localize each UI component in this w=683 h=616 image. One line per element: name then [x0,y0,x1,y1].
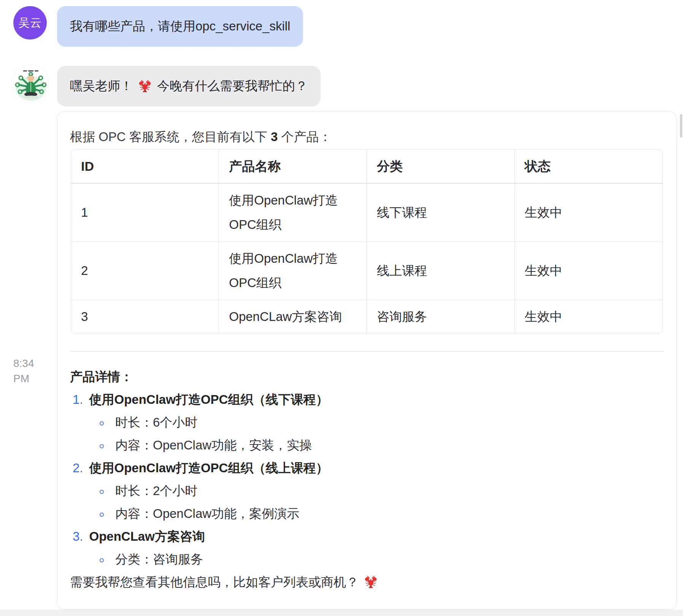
product-bullet: 时长：2个小时 [70,479,664,502]
bullet-icon [100,490,104,494]
bullet-icon [100,421,104,425]
divider [70,351,664,352]
bullet-icon [100,558,104,562]
cell-category: 线下课程 [367,183,515,242]
lobster-emoji [364,575,378,589]
cell-id: 1 [71,183,219,242]
cell-id: 3 [71,300,219,334]
bot-avatar[interactable] [11,65,49,103]
bot-message-bubble: 嘿吴老师！ 今晚有什么需要我帮忙的？ [57,66,321,106]
product-title-text: OpenCLaw方案咨询 [89,529,205,543]
table-row: 1 使用OpenClaw打造OPC组织 线下课程 生效中 [71,183,662,242]
bottom-strip [0,610,683,616]
bot-avatar-image [12,65,49,103]
intro-after: 个产品： [278,130,331,144]
col-header-status: 状态 [515,149,662,183]
user-avatar[interactable]: 吴云 [13,6,47,40]
col-header-id: ID [71,149,219,183]
product-bullet: 内容：OpenClaw功能，安装，实操 [70,434,664,457]
product-item-title: 2.使用OpenClaw打造OPC组织（线上课程） [70,457,664,479]
bullet-icon [100,444,104,448]
closing-text: 需要我帮您查看其他信息吗，比如客户列表或商机？ [70,575,359,589]
cell-name: OpenCLaw方案咨询 [219,300,367,334]
list-number: 2. [73,461,83,475]
cell-status: 生效中 [515,300,662,334]
product-bullet: 内容：OpenClaw功能，案例演示 [70,502,664,525]
message-timestamp: 8:34 PM [13,356,34,386]
avatar-top-text [23,70,38,71]
product-title-text: 使用OpenClaw打造OPC组织（线上课程） [89,461,329,475]
bullet-text: 时长：6个小时 [115,415,197,429]
col-header-category: 分类 [367,149,515,183]
bot-greeting-prefix: 嘿吴老师！ [70,78,133,95]
user-message-text: 我有哪些产品，请使用opc_service_skill [70,18,290,35]
product-bullet: 分类：咨询服务 [70,548,664,571]
scrollbar-thumb[interactable] [680,114,682,138]
product-count: 3 [271,130,278,144]
cell-name: 使用OpenClaw打造OPC组织 [219,183,367,242]
products-table: ID 产品名称 分类 状态 1 使用OpenClaw打造OPC组织 线下课程 生… [71,149,663,334]
user-message-bubble: 我有哪些产品，请使用opc_service_skill [57,6,303,47]
col-header-name: 产品名称 [219,149,367,183]
timestamp-time: 8:34 [13,356,34,371]
intro-before: 根据 OPC 客服系统，您目前有以下 [70,130,271,144]
product-bullet: 时长：6个小时 [70,411,664,434]
user-avatar-label: 吴云 [18,15,42,31]
cell-status: 生效中 [515,242,662,300]
bullet-text: 分类：咨询服务 [115,552,203,566]
cell-status: 生效中 [515,183,662,242]
cell-category: 咨询服务 [367,300,515,334]
cell-name: 使用OpenClaw打造OPC组织 [219,242,367,300]
bullet-icon [100,513,104,517]
cell-category: 线上课程 [367,242,515,300]
bot-response-card: 根据 OPC 客服系统，您目前有以下 3 个产品： ID 产品名称 分类 状态 … [57,111,677,610]
bullet-text: 内容：OpenClaw功能，安装，实操 [115,438,312,452]
timestamp-meridiem: PM [13,371,34,386]
bullet-text: 时长：2个小时 [115,484,197,498]
bullet-text: 内容：OpenClaw功能，案例演示 [115,506,299,521]
closing-line: 需要我帮您查看其他信息吗，比如客户列表或商机？ [70,571,664,594]
list-number: 1. [73,392,83,406]
intro-line: 根据 OPC 客服系统，您目前有以下 3 个产品： [70,129,664,144]
table-row: 3 OpenCLaw方案咨询 咨询服务 生效中 [71,300,662,334]
table-header-row: ID 产品名称 分类 状态 [71,149,662,183]
list-number: 3. [73,529,83,543]
cell-id: 2 [71,242,219,300]
bot-greeting-suffix: 今晚有什么需要我帮忙的？ [157,78,308,95]
table-row: 2 使用OpenClaw打造OPC组织 线上课程 生效中 [71,242,662,300]
lobster-emoji [138,79,152,93]
details-heading: 产品详情： [70,365,664,388]
product-title-text: 使用OpenClaw打造OPC组织（线下课程） [89,392,329,406]
product-item-title: 1.使用OpenClaw打造OPC组织（线下课程） [70,388,664,411]
product-item-title: 3.OpenCLaw方案咨询 [70,525,664,548]
